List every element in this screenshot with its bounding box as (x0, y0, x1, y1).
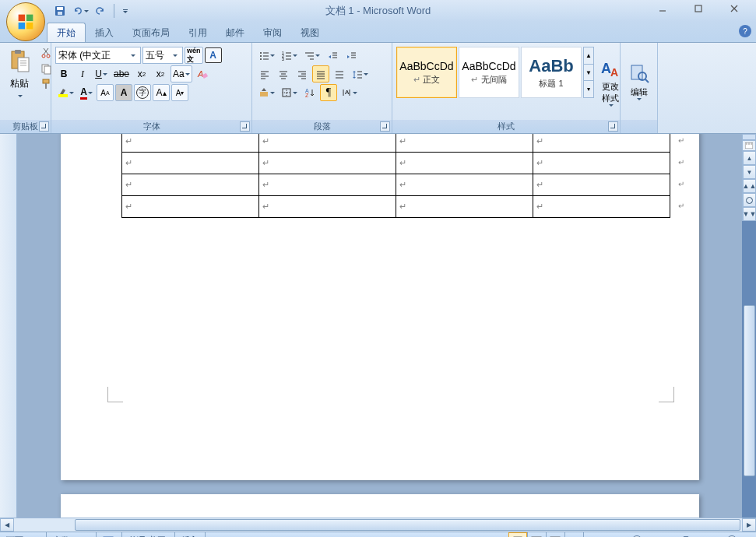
italic-button[interactable]: I (74, 65, 91, 82)
group-font-label: 字体 (51, 120, 251, 133)
font-family-combo[interactable]: 宋体 (中文正 (55, 47, 141, 64)
asian-layout-button[interactable]: A (339, 84, 360, 101)
qat-customize-button[interactable] (121, 4, 128, 18)
status-words[interactable]: 字数: 416 (47, 532, 96, 537)
resize-grip[interactable] (742, 532, 756, 537)
close-button[interactable] (723, 0, 745, 17)
group-edit-label (621, 120, 657, 133)
grow-font-button[interactable]: AA (97, 84, 114, 101)
subscript-button[interactable]: x2 (133, 65, 150, 82)
maximize-button[interactable] (687, 0, 709, 17)
scroll-left-button[interactable]: ◀ (0, 518, 14, 532)
font-color-button[interactable]: A (78, 84, 95, 101)
tab-review[interactable]: 审阅 (254, 23, 291, 42)
sort-button[interactable]: AZ (301, 84, 318, 101)
styles-expand[interactable] (608, 121, 618, 132)
horizontal-scrollbar[interactable]: ◀ ▶ (0, 518, 756, 532)
superscript-button[interactable]: x2 (152, 65, 169, 82)
document-page-2[interactable]: ↵ (61, 494, 699, 518)
next-page-button[interactable]: ▼▼ (743, 207, 756, 221)
align-center-button[interactable] (275, 65, 292, 82)
bold-button[interactable]: B (55, 65, 72, 82)
multilevel-button[interactable] (301, 47, 322, 64)
office-button[interactable] (6, 2, 45, 41)
status-mode[interactable]: 插入 (175, 532, 206, 537)
grow-font-button2[interactable]: A▴ (153, 84, 170, 101)
view-full-screen-button[interactable] (527, 532, 546, 537)
scroll-down-button[interactable]: ▼ (743, 165, 756, 179)
tab-home[interactable]: 开始 (47, 23, 86, 42)
change-case-button[interactable]: Aa (171, 65, 192, 82)
redo-button[interactable] (92, 2, 109, 19)
minimize-button[interactable] (652, 0, 673, 17)
svg-rect-2 (19, 23, 25, 29)
borders-button[interactable] (279, 84, 300, 101)
bullets-button[interactable] (256, 47, 277, 64)
view-web-layout-button[interactable] (546, 532, 564, 537)
shading-button[interactable] (256, 84, 277, 101)
group-clipboard: 粘贴 剪贴板 (0, 43, 51, 133)
show-marks-button[interactable]: ¶ (320, 84, 337, 101)
document-page-1[interactable]: ↵↵↵↵ ↵↵↵↵ ↵↵↵↵ ↵↵↵↵ ↵ ↵ ↵ ↵ (61, 134, 699, 480)
paste-button[interactable]: 粘贴 (3, 46, 36, 104)
svg-rect-0 (19, 15, 25, 21)
svg-rect-3 (26, 23, 33, 29)
styles-scroll[interactable]: ▲▼▾ (583, 47, 594, 98)
shrink-font-button[interactable]: A▾ (171, 84, 188, 101)
document-table[interactable]: ↵↵↵↵ ↵↵↵↵ ↵↵↵↵ ↵↵↵↵ (121, 134, 670, 218)
align-left-button[interactable] (256, 65, 273, 82)
vertical-scrollbar[interactable]: ▲ ▼ ▲▲ ▼▼ (742, 151, 756, 221)
quick-access-toolbar (48, 2, 132, 19)
help-button[interactable]: ? (739, 25, 751, 37)
font-expand[interactable] (240, 121, 250, 132)
style-no-spacing[interactable]: AaBbCcDd ↵ 无间隔 (459, 47, 519, 98)
save-button[interactable] (51, 2, 69, 19)
document-viewport[interactable]: ↵↵↵↵ ↵↵↵↵ ↵↵↵↵ ↵↵↵↵ ↵ ↵ ↵ ↵ ↵ (17, 134, 742, 518)
char-shading-button[interactable]: A (115, 84, 132, 101)
scroll-thumb[interactable] (744, 305, 755, 476)
highlight-button[interactable] (55, 84, 76, 101)
phonetic-guide-button[interactable]: wén文 (185, 47, 203, 64)
svg-rect-13 (18, 58, 29, 72)
scroll-up-button[interactable]: ▲ (743, 151, 756, 165)
numbering-button[interactable]: 123 (279, 47, 300, 64)
tab-insert[interactable]: 插入 (86, 23, 123, 42)
style-normal[interactable]: AaBbCcDd ↵ 正文 (396, 47, 457, 98)
view-draft-button[interactable] (583, 532, 602, 537)
char-border-button[interactable]: A (205, 47, 222, 63)
tab-references[interactable]: 引用 (179, 23, 216, 42)
enclose-char-button[interactable]: 字 (134, 84, 151, 101)
prev-page-button[interactable]: ▲▲ (743, 179, 756, 193)
status-page[interactable]: 页面: 2/2 (0, 532, 47, 537)
clipboard-expand[interactable] (39, 121, 49, 132)
view-outline-button[interactable] (564, 532, 583, 537)
tab-view[interactable]: 视图 (291, 23, 329, 42)
view-print-layout-button[interactable] (508, 532, 527, 537)
increase-indent-button[interactable] (343, 47, 360, 64)
tab-mailings[interactable]: 邮件 (216, 23, 254, 42)
clear-formatting-button[interactable]: A (194, 65, 211, 82)
strikethrough-button[interactable]: abe (111, 65, 132, 82)
distributed-button[interactable] (331, 65, 348, 82)
align-right-button[interactable] (294, 65, 311, 82)
font-size-combo[interactable]: 五号 (142, 47, 183, 64)
status-proofing[interactable] (97, 532, 122, 537)
find-button[interactable] (628, 62, 650, 86)
hscroll-thumb[interactable] (75, 519, 740, 531)
para-expand[interactable] (380, 121, 390, 132)
tab-layout[interactable]: 页面布局 (123, 23, 179, 42)
ruler-toggle-button[interactable] (742, 140, 756, 151)
svg-text:A: A (610, 66, 618, 79)
split-handle[interactable] (742, 134, 756, 140)
browse-object-button[interactable] (743, 193, 756, 207)
line-spacing-button[interactable] (350, 65, 371, 82)
status-language[interactable]: 英语(美国) (122, 532, 175, 537)
underline-button[interactable]: U (93, 65, 110, 82)
undo-button[interactable] (72, 2, 89, 19)
justify-button[interactable] (312, 65, 329, 82)
decrease-indent-button[interactable] (324, 47, 341, 64)
vertical-ruler[interactable] (0, 134, 17, 518)
scroll-right-button[interactable]: ▶ (742, 518, 756, 532)
style-heading-1[interactable]: AaBb 标题 1 (521, 47, 582, 98)
svg-rect-72 (260, 92, 268, 97)
